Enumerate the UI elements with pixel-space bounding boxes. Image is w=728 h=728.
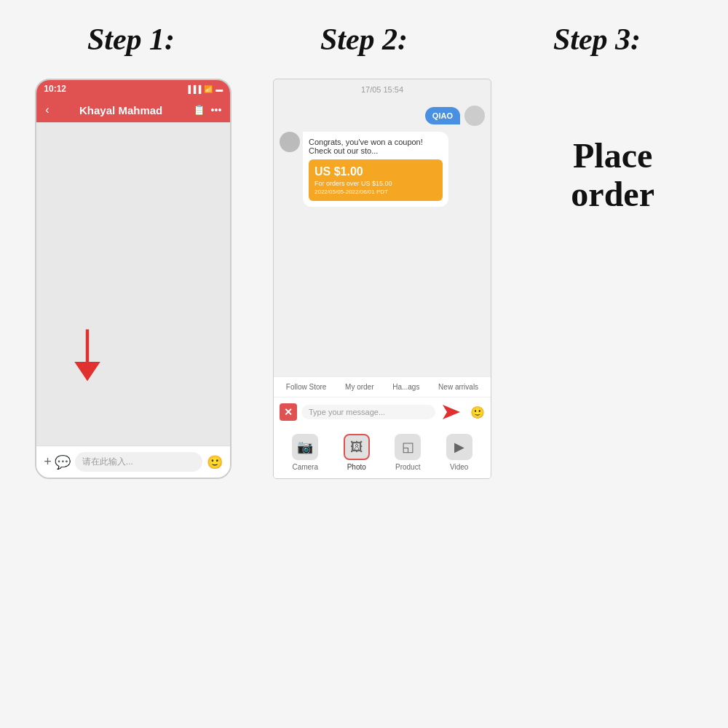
camera-icon: 📷 bbox=[292, 434, 318, 460]
plus-icon[interactable]: + bbox=[44, 454, 52, 470]
camera-item[interactable]: 📷 Camera bbox=[292, 434, 318, 471]
coupon-bubble: Congrats, you've won a coupon! Check out… bbox=[303, 132, 448, 207]
emoji-icon[interactable]: 🙂 bbox=[207, 454, 223, 470]
chat-left-msg: Congrats, you've won a coupon! Check out… bbox=[280, 132, 485, 207]
step3-container: Place order bbox=[533, 79, 693, 214]
status-time: 10:12 bbox=[44, 84, 66, 94]
steps-content: 10:12 ▐▐▐ 📶 ▬ ‹ Khayal Mahmad 📋 ••• bbox=[15, 79, 713, 713]
qiao-bubble: QIAO bbox=[425, 107, 460, 124]
chat-tabs: Follow Store My order Ha...ags New arriv… bbox=[274, 376, 491, 397]
coupon-card: US $1.00 For orders over US $15.00 2022/… bbox=[309, 159, 443, 201]
chat-input-row: ✕ Type your message... 🙂 bbox=[274, 397, 491, 427]
video-item[interactable]: ▶ Video bbox=[446, 434, 472, 471]
message-input[interactable]: 请在此输入... bbox=[75, 452, 202, 472]
photo-icon: 🖼 bbox=[344, 434, 370, 460]
coupon-date: 2022/05/05-2022/06/01 PDT bbox=[314, 189, 437, 195]
video-icon: ▶ bbox=[446, 434, 472, 460]
photo-item[interactable]: 🖼 Photo bbox=[344, 434, 370, 471]
input-icons: + 💬 bbox=[44, 454, 71, 470]
wifi-icon: 📶 bbox=[204, 85, 213, 93]
step2-phone: 17/05 15:54 QIAO Congrats, you've won a … bbox=[273, 79, 491, 479]
chat-bubble-text: Congrats, you've won a coupon! Check out… bbox=[309, 138, 443, 155]
steps-header: Step 1: Step 2: Step 3: bbox=[15, 22, 713, 57]
nav-icons: 📋 ••• bbox=[193, 104, 222, 116]
svg-marker-2 bbox=[443, 405, 460, 419]
more-icon[interactable]: ••• bbox=[211, 104, 222, 116]
chat-timestamp: 17/05 15:54 bbox=[274, 79, 491, 100]
back-icon[interactable]: ‹ bbox=[45, 103, 49, 116]
product-item[interactable]: ◱ Product bbox=[395, 434, 421, 471]
red-arrow-icon bbox=[440, 402, 466, 422]
chat-right-msg: QIAO bbox=[280, 106, 485, 126]
chat-message-input[interactable]: Type your message... bbox=[301, 405, 435, 419]
status-bar: 10:12 ▐▐▐ 📶 ▬ bbox=[36, 80, 230, 98]
tab-hashtags[interactable]: Ha...ags bbox=[392, 383, 419, 391]
tab-my-order[interactable]: My order bbox=[345, 383, 373, 391]
step1-phone: 10:12 ▐▐▐ 📶 ▬ ‹ Khayal Mahmad 📋 ••• bbox=[35, 79, 232, 479]
video-label: Video bbox=[450, 463, 468, 471]
step1-title: Step 1: bbox=[87, 22, 175, 57]
camera-label: Camera bbox=[292, 463, 318, 471]
step2-title: Step 2: bbox=[320, 22, 408, 57]
input-bar: + 💬 请在此输入... 🙂 bbox=[36, 446, 230, 478]
product-label: Product bbox=[395, 463, 420, 471]
close-button[interactable]: ✕ bbox=[280, 403, 297, 421]
product-icon: ◱ bbox=[395, 434, 421, 460]
main-container: Step 1: Step 2: Step 3: 10:12 ▐▐▐ 📶 ▬ ‹ … bbox=[0, 0, 728, 728]
place-order-text: Place order bbox=[533, 137, 693, 214]
svg-marker-1 bbox=[75, 362, 101, 381]
phone-body bbox=[36, 122, 230, 446]
copy-icon[interactable]: 📋 bbox=[193, 104, 205, 116]
battery-icon: ▬ bbox=[215, 85, 223, 93]
bot-avatar bbox=[280, 132, 300, 152]
chat-area: QIAO Congrats, you've won a coupon! Chec… bbox=[274, 100, 491, 376]
step3-title: Step 3: bbox=[553, 22, 641, 57]
chat-media-row: 📷 Camera 🖼 Photo ◱ Product ▶ Video bbox=[274, 427, 491, 478]
chat-icon[interactable]: 💬 bbox=[55, 454, 71, 470]
tab-follow-store[interactable]: Follow Store bbox=[286, 383, 327, 391]
coupon-amount: US $1.00 bbox=[314, 165, 437, 178]
nav-bar: ‹ Khayal Mahmad 📋 ••• bbox=[36, 98, 230, 122]
chat-emoji-icon[interactable]: 🙂 bbox=[470, 405, 485, 419]
signal-icon: ▐▐▐ bbox=[186, 85, 201, 93]
user-avatar bbox=[464, 106, 485, 126]
status-icons: ▐▐▐ 📶 ▬ bbox=[186, 85, 223, 93]
coupon-condition: For orders over US $15.00 bbox=[314, 180, 437, 187]
arrow-indicator bbox=[66, 326, 109, 387]
contact-name: Khayal Mahmad bbox=[79, 104, 162, 116]
tab-new-arrivals[interactable]: New arrivals bbox=[438, 383, 478, 391]
photo-label: Photo bbox=[347, 463, 366, 471]
